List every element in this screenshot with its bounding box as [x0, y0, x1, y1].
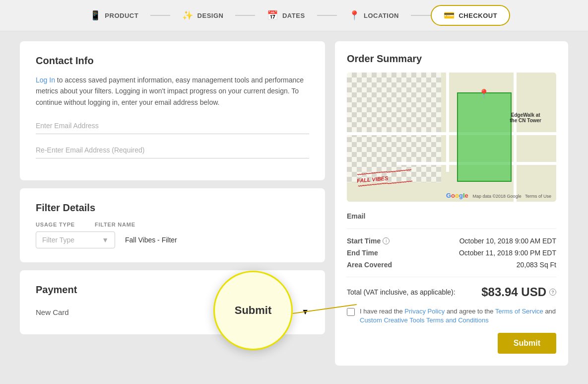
new-card-label: New Card — [36, 308, 69, 316]
contact-info-title: Contact Info — [36, 55, 309, 67]
order-summary-title: Order Summary — [347, 53, 556, 65]
filter-details-content: USAGE TYPE FILTER NAME Filter Type ▼ Fal… — [36, 222, 309, 248]
nav-step-location[interactable]: 📍 LOCATION — [337, 6, 411, 25]
area-covered-label: Area Covered — [347, 261, 392, 269]
order-total-row: Total (VAT inclusive, as applicable): $8… — [347, 285, 556, 299]
order-email-label: Email — [347, 212, 365, 220]
filter-name-label: FILTER NAME — [95, 222, 135, 228]
contact-info-card: Contact Info Log In to access saved paym… — [20, 41, 325, 180]
order-map: EdgeWalk atthe CN Tower 〰〰〰〰〰〰〰〰〰〰〰 FALL… — [347, 73, 556, 202]
order-start-time-row: Start Time i October 10, 2018 9:00 AM ED… — [347, 237, 556, 245]
total-value: $83.94 USD — [481, 285, 546, 299]
contact-info-description: Log In to access saved payment informati… — [36, 75, 309, 108]
nav-step-product[interactable]: 📱 PRODUCT — [78, 6, 150, 25]
terms-row: I have read the Privacy Policy and agree… — [347, 307, 556, 325]
end-time-value: October 11, 2018 9:00 PM EDT — [459, 249, 556, 257]
payment-card: Payment New Card ▼ — [20, 270, 325, 334]
divider-1 — [347, 229, 556, 229]
map-google-attribution: Google Map data ©2018 Google Terms of Us… — [446, 192, 551, 199]
re-email-input[interactable] — [36, 142, 309, 158]
submit-button[interactable]: Submit — [498, 333, 556, 354]
filter-type-placeholder: Filter Type — [42, 236, 74, 244]
order-summary-card: Order Summary EdgeWalk atthe CN Tower — [335, 41, 568, 366]
product-icon: 📱 — [90, 10, 101, 21]
google-logo: Google — [446, 192, 470, 199]
main-content: Contact Info Log In to access saved paym… — [0, 31, 588, 376]
location-icon: 📍 — [349, 10, 360, 21]
total-amount: $83.94 USD ? — [481, 285, 556, 299]
contact-description-text: to access saved payment information, eas… — [36, 76, 304, 106]
map-location-pin-icon: 📍 — [478, 88, 489, 99]
map-road-h1 — [347, 132, 556, 135]
nav-connector-3 — [317, 15, 337, 16]
filter-details-card: Filter Details USAGE TYPE FILTER NAME Fi… — [20, 188, 325, 262]
order-email-row: Email — [347, 212, 556, 221]
nav-step-location-label: LOCATION — [364, 12, 399, 19]
divider-2 — [347, 277, 556, 277]
usage-type-label: USAGE TYPE — [36, 222, 75, 228]
start-time-info-icon[interactable]: i — [383, 237, 390, 244]
nav-step-checkout-label: CHECKOUT — [458, 12, 497, 19]
custom-terms-link[interactable]: Custom Creative Tools Terms and Conditio… — [360, 316, 489, 324]
new-card-chevron-icon: ▼ — [301, 307, 309, 316]
design-icon: ✨ — [182, 10, 194, 21]
nav-connector-1 — [150, 15, 170, 16]
start-time-label: Start Time — [347, 237, 381, 245]
start-time-value: October 10, 2018 9:00 AM EDT — [459, 237, 556, 245]
right-column: Order Summary EdgeWalk atthe CN Tower — [335, 41, 568, 366]
map-road-v2 — [514, 73, 517, 202]
nav-step-product-label: PRODUCT — [105, 12, 138, 19]
nav-step-design[interactable]: ✨ DESIGN — [170, 6, 235, 25]
top-navigation: 📱 PRODUCT ✨ DESIGN 📅 DATES 📍 LOCATION 💳 … — [0, 0, 588, 31]
nav-step-dates[interactable]: 📅 DATES — [255, 6, 317, 25]
nav-connector-4 — [411, 15, 431, 16]
total-info-icon[interactable]: ? — [549, 289, 556, 296]
payment-title: Payment — [36, 284, 309, 296]
area-covered-value: 20,083 Sq Ft — [517, 261, 556, 269]
left-column: Contact Info Log In to access saved paym… — [20, 41, 325, 366]
map-background: EdgeWalk atthe CN Tower 〰〰〰〰〰〰〰〰〰〰〰 FALL… — [347, 73, 556, 202]
nav-step-checkout[interactable]: 💳 CHECKOUT — [431, 5, 510, 26]
order-area-row: Area Covered 20,083 Sq Ft — [347, 261, 556, 269]
chevron-down-icon: ▼ — [102, 236, 109, 244]
email-input[interactable] — [36, 118, 309, 134]
nav-step-design-label: DESIGN — [197, 12, 224, 19]
terms-checkbox[interactable] — [347, 308, 355, 316]
privacy-policy-link[interactable]: Privacy Policy — [404, 307, 445, 315]
start-time-label-group: Start Time i — [347, 237, 390, 245]
order-end-time-row: End Time October 11, 2018 9:00 PM EDT — [347, 249, 556, 257]
map-filter-rectangle — [457, 92, 512, 182]
submit-button-container: Submit — [347, 333, 556, 354]
checkout-icon: 💳 — [444, 10, 455, 21]
nav-step-dates-label: DATES — [282, 12, 305, 19]
nav-connector-2 — [235, 15, 255, 16]
filter-labels-row: USAGE TYPE FILTER NAME — [36, 222, 309, 228]
new-card-row: New Card ▼ — [36, 304, 309, 320]
terms-text: I have read the Privacy Policy and agree… — [360, 307, 556, 325]
terms-of-service-link[interactable]: Terms of Service — [495, 307, 543, 315]
map-road-v1 — [446, 73, 449, 172]
dates-icon: 📅 — [267, 10, 278, 21]
filter-name-value: Fall Vibes - Filter — [125, 236, 177, 244]
map-cn-tower-label: EdgeWalk atthe CN Tower — [510, 112, 541, 123]
map-checker-pattern — [347, 73, 441, 182]
login-link[interactable]: Log In — [36, 76, 55, 84]
filter-values-row: Filter Type ▼ Fall Vibes - Filter — [36, 231, 309, 248]
total-label: Total (VAT inclusive, as applicable): — [347, 288, 456, 296]
filter-type-select[interactable]: Filter Type ▼ — [36, 231, 115, 248]
end-time-label: End Time — [347, 249, 378, 257]
filter-details-title: Filter Details — [36, 202, 309, 214]
